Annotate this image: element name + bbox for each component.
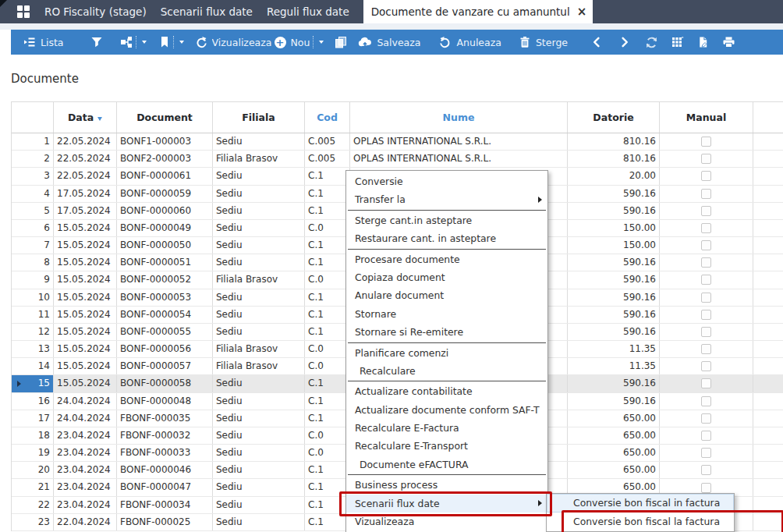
manual-checkbox[interactable] xyxy=(701,396,711,406)
menu-item-recalculare-e-factura[interactable]: Recalculare E-Factura xyxy=(346,419,547,437)
column-header-cod[interactable]: Cod xyxy=(305,102,350,133)
cell-data: 17.05.2024 xyxy=(54,203,117,219)
manual-checkbox[interactable] xyxy=(701,413,711,424)
refresh-button[interactable] xyxy=(645,36,658,49)
column-header-nume[interactable]: Nume xyxy=(350,102,568,133)
column-header-data[interactable]: Data xyxy=(54,102,117,133)
reload-view-button[interactable] xyxy=(195,36,207,48)
cell-filiala: Sediu xyxy=(213,168,305,184)
row-number-cell: 16 xyxy=(12,393,54,410)
menu-item-label: Recalculare xyxy=(360,365,416,377)
row-number: 7 xyxy=(44,239,50,250)
previous-record-button[interactable] xyxy=(591,36,603,48)
menu-item-actualizare-contabilitate[interactable]: Actualizare contabilitate xyxy=(346,382,547,400)
filter-button[interactable] xyxy=(90,36,103,48)
table-row[interactable]: 122.05.2024BONF1-000003SediuC.005OPLAS I… xyxy=(12,133,783,151)
menu-item-anulare-document[interactable]: Anulare document xyxy=(346,286,547,304)
table-row[interactable]: 222.05.2024BONF2-000003Filiala BrasovC.0… xyxy=(12,151,783,168)
hierarchy-button[interactable] xyxy=(120,36,147,48)
menu-item-business-process[interactable]: Business process xyxy=(346,476,547,494)
vizualizeaza-button[interactable]: Vizualizeaza xyxy=(212,37,271,48)
menu-item-scenarii-flux-date[interactable]: Scenarii flux date xyxy=(346,495,547,512)
submenu-item-conversie-bon-fiscal-in-factura[interactable]: Conversie bon fiscal in factura xyxy=(547,494,734,512)
manual-checkbox[interactable] xyxy=(701,465,711,475)
menu-item-copiaza-document[interactable]: Copiaza document xyxy=(346,268,547,286)
cell-datorie: 590.16 xyxy=(568,393,660,410)
apps-grid-icon[interactable] xyxy=(17,5,30,18)
print-button[interactable] xyxy=(722,36,735,48)
cell-data: 23.04.2024 xyxy=(54,497,117,513)
sterge-button[interactable]: Sterge xyxy=(519,36,568,48)
menu-item-vizualizeaza[interactable]: Vizualizeaza xyxy=(346,512,547,530)
menu-item-recalculare-e-transport[interactable]: Recalculare E-Transport xyxy=(346,437,547,455)
manual-checkbox[interactable] xyxy=(701,378,711,388)
menu-item-stornare-si-re-emitere[interactable]: Stornare si Re-emitere xyxy=(346,323,547,341)
cell-document: BONF-0000056 xyxy=(117,341,213,357)
row-number-cell: 8 xyxy=(12,254,54,271)
cell-data: 15.05.2024 xyxy=(54,341,117,357)
manual-checkbox[interactable] xyxy=(701,206,711,216)
menu-item-planificare-comenzi[interactable]: Planificare comenzi xyxy=(346,344,547,362)
column-header-manual[interactable]: Manual xyxy=(660,102,753,133)
column-header-document[interactable]: Document xyxy=(117,102,213,133)
cell-document: BONF-0000047 xyxy=(117,479,213,495)
column-header-filiala[interactable]: Filiala xyxy=(213,102,305,133)
manual-checkbox[interactable] xyxy=(701,361,711,371)
tab-reguli-flux-date[interactable]: Reguli flux date xyxy=(267,0,349,23)
menu-item-recalculare[interactable]: Recalculare xyxy=(346,362,547,380)
bookmark-button[interactable] xyxy=(159,36,184,48)
lista-button[interactable]: Lista xyxy=(23,36,64,48)
manual-checkbox[interactable] xyxy=(701,275,711,285)
anuleaza-button[interactable]: Anuleaza xyxy=(439,36,501,48)
manual-checkbox[interactable] xyxy=(701,189,711,199)
manual-checkbox[interactable] xyxy=(701,310,711,320)
menu-item-conversie[interactable]: Conversie xyxy=(346,172,547,190)
cell-data: 22.05.2024 xyxy=(54,168,117,184)
bookmark-dropdown-caret-icon[interactable] xyxy=(179,41,184,44)
menu-item-documente-efactura[interactable]: Documente eFACTURA xyxy=(346,456,547,473)
cell-extra xyxy=(753,479,783,495)
lista-label: Lista xyxy=(41,37,64,48)
manual-checkbox[interactable] xyxy=(701,223,711,233)
cell-extra xyxy=(753,375,783,392)
manual-checkbox[interactable] xyxy=(701,257,711,268)
manual-checkbox[interactable] xyxy=(701,327,711,337)
menu-item-actualizare-documente-conform-saf-t[interactable]: Actualizare documente conform SAF-T xyxy=(346,401,547,419)
tab-scenarii-flux-date[interactable]: Scenarii flux date xyxy=(161,0,253,23)
hierarchy-dropdown-caret-icon[interactable] xyxy=(142,41,147,44)
menu-item-procesare-documente[interactable]: Procesare documente xyxy=(346,250,547,268)
cell-datorie: 590.16 xyxy=(568,254,660,271)
cell-data: 22.05.2024 xyxy=(54,133,117,150)
copy-button[interactable] xyxy=(335,36,347,48)
manual-checkbox[interactable] xyxy=(701,137,711,147)
corner-cursor-artifact xyxy=(0,0,7,7)
export-document-button[interactable] xyxy=(697,36,709,48)
manual-checkbox[interactable] xyxy=(701,171,711,181)
close-tab-icon[interactable]: × xyxy=(577,6,587,18)
manual-checkbox[interactable] xyxy=(701,448,711,458)
cell-filiala: Sediu xyxy=(213,445,305,461)
menu-item-transfer-la[interactable]: Transfer la xyxy=(346,190,547,208)
nou-button[interactable]: + Nou xyxy=(275,36,324,48)
cell-manual xyxy=(660,203,753,219)
menu-item-sterge-cant-in-asteptare[interactable]: Sterge cant.in asteptare xyxy=(346,211,547,229)
tab-ro-fiscality-stage[interactable]: RO Fiscality (stage) xyxy=(44,0,147,23)
column-header-datorie[interactable]: Datorie xyxy=(568,102,660,133)
manual-checkbox[interactable] xyxy=(701,293,711,303)
column-chooser-button[interactable] xyxy=(671,36,684,48)
cell-cod: C.1 xyxy=(305,289,350,306)
manual-checkbox[interactable] xyxy=(701,240,711,250)
vizualizeaza-label: Vizualizeaza xyxy=(212,37,271,48)
nou-dropdown-caret-icon[interactable] xyxy=(319,41,324,44)
next-record-button[interactable] xyxy=(618,36,630,48)
submenu-item-conversie-bon-fiscal-la-factura[interactable]: Conversie bon fiscal la factura xyxy=(547,512,734,531)
menu-item-restaurare-cant-in-asteptare[interactable]: Restaurare cant. in asteptare xyxy=(346,229,547,247)
manual-checkbox[interactable] xyxy=(701,483,711,493)
tab-documente-de-vanzare-cu-amanuntul[interactable]: Documente de vanzare cu amanuntul× xyxy=(363,0,593,23)
manual-checkbox[interactable] xyxy=(701,154,711,164)
manual-checkbox[interactable] xyxy=(701,344,711,354)
anuleaza-label: Anuleaza xyxy=(456,37,501,48)
menu-item-stornare[interactable]: Stornare xyxy=(346,305,547,323)
salveaza-button[interactable]: Salveaza xyxy=(358,36,420,48)
manual-checkbox[interactable] xyxy=(701,431,711,441)
